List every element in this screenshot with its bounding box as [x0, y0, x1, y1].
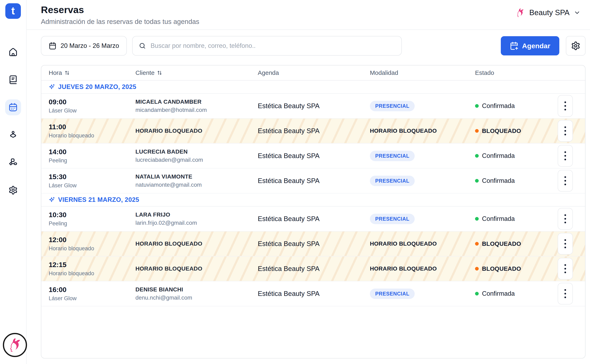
row-actions-button[interactable] [558, 145, 573, 167]
status-dot [475, 179, 479, 183]
sidebar-item-home[interactable] [5, 44, 21, 60]
agenda-name: Estética Beauty SPA [258, 215, 370, 223]
date-range-button[interactable]: 20 Marzo - 26 Marzo [41, 36, 127, 56]
status-dot [475, 292, 479, 295]
column-label: Agenda [258, 69, 279, 76]
modality-badge: PRESENCIAL [370, 289, 415, 299]
row-actions-button[interactable] [558, 170, 573, 192]
column-header-cliente[interactable]: Cliente [135, 69, 258, 76]
kebab-icon [564, 239, 566, 241]
time-cell: 10:30Peeling [49, 211, 135, 227]
row-actions-button[interactable] [558, 258, 573, 280]
sidebar-item-client[interactable] [5, 127, 21, 143]
status-dot [475, 129, 479, 133]
client-cell: HORARIO BLOQUEADO [135, 240, 258, 247]
date-section-label: JUEVES 20 MARZO, 2025 [58, 83, 136, 91]
row-actions-button[interactable] [558, 283, 573, 305]
reservation-row: 15:30Láser GlowNATALIA VIAMONTEnatuviamo… [41, 169, 585, 194]
status-dot [475, 217, 479, 221]
reservation-service: Peeling [49, 221, 135, 227]
workspace-avatar[interactable] [3, 333, 27, 357]
sidebar-item-workflow[interactable] [5, 155, 21, 170]
status-dot [475, 154, 479, 158]
search-input[interactable] [150, 42, 395, 50]
schedule-button[interactable]: Agendar [501, 36, 559, 55]
client-cell: HORARIO BLOQUEADO [135, 128, 258, 134]
search-icon [139, 42, 146, 50]
modality-badge: PRESENCIAL [370, 214, 415, 224]
reservation-row: 14:00PeelingLUCRECIA BADENlucreciabaden@… [41, 143, 585, 169]
sparkles-icon [49, 196, 55, 203]
app-logo-letter: t [11, 5, 15, 16]
column-label: Cliente [135, 69, 154, 76]
status-cell: Confirmada [475, 102, 553, 110]
date-range-label: 20 Marzo - 26 Marzo [60, 42, 119, 50]
reservation-row: 09:00Láser GlowMICAELA CANDAMBERmicandam… [41, 94, 585, 119]
reservation-time: 10:30 [49, 211, 135, 219]
reservation-row: 10:30PeelingLARA FRIJOlarin.frijo.02@gma… [41, 207, 585, 232]
sidebar-nav [0, 44, 26, 198]
row-actions-button[interactable] [558, 233, 573, 255]
sidebar-item-agenda-book[interactable] [5, 72, 21, 88]
row-actions-button[interactable] [558, 208, 573, 230]
sidebar-item-calendar[interactable] [5, 99, 21, 115]
gear-icon [571, 41, 580, 51]
status-label: BLOQUEADO [482, 240, 521, 247]
client-email: denu.nchi@gmail.com [135, 294, 258, 301]
reservation-service: Láser Glow [49, 108, 135, 114]
client-email: larin.frijo.02@gmail.com [135, 220, 258, 226]
app-logo[interactable]: t [5, 3, 21, 19]
sidebar-item-settings[interactable] [5, 182, 21, 198]
client-cell: LARA FRIJOlarin.frijo.02@gmail.com [135, 211, 258, 226]
status-label: BLOQUEADO [482, 266, 521, 272]
table-settings-button[interactable] [566, 36, 585, 56]
client-name: HORARIO BLOQUEADO [135, 128, 258, 134]
status-label: Confirmada [482, 177, 515, 184]
search-box [132, 36, 402, 56]
reservation-service: Láser Glow [49, 182, 135, 189]
reservation-row: 11:00Horario bloqueadoHORARIO BLOQUEADOE… [41, 119, 585, 143]
page-subtitle: Administración de las reservas de todas … [41, 18, 590, 26]
agenda-book-icon [8, 75, 18, 84]
reservations-table: HoraClienteAgendaModalidadEstado JUEVES … [41, 65, 585, 358]
reservation-service: Horario bloqueado [49, 132, 135, 139]
client-name: DENISE BIANCHI [135, 286, 258, 293]
kebab-icon [564, 151, 566, 153]
status-cell: Confirmada [475, 152, 553, 160]
calendar-plus-icon [510, 41, 518, 50]
client-icon [8, 130, 18, 140]
time-cell: 12:00Horario bloqueado [49, 236, 135, 252]
client-name: HORARIO BLOQUEADO [135, 266, 258, 272]
modality-badge: PRESENCIAL [370, 101, 415, 111]
reservation-service: Horario bloqueado [49, 245, 135, 252]
workspace-selector[interactable]: Beauty SPA [515, 8, 581, 18]
agenda-name: Estética Beauty SPA [258, 290, 370, 298]
sort-icon [64, 70, 70, 76]
column-header-hora[interactable]: Hora [49, 69, 135, 76]
table-body: JUEVES 20 MARZO, 202509:00Láser GlowMICA… [41, 81, 585, 306]
sidebar: t [0, 0, 26, 364]
modality-cell: PRESENCIAL [370, 151, 475, 161]
client-cell: MICAELA CANDAMBERmicandamber@hotmail.com [135, 98, 258, 113]
client-email: lucreciabaden@gmail.com [135, 157, 258, 163]
column-header-agenda: Agenda [258, 69, 370, 76]
status-label: Confirmada [482, 102, 515, 110]
row-actions-button[interactable] [558, 120, 573, 142]
kebab-icon [564, 101, 566, 103]
kebab-icon [564, 264, 566, 266]
chevron-down-icon [574, 9, 581, 16]
calendar-icon [49, 42, 56, 50]
modality-text: HORARIO BLOQUEADO [370, 266, 437, 272]
column-header-estado: Estado [475, 69, 553, 76]
date-section-header: VIERNES 21 MARZO, 2025 [41, 194, 585, 207]
status-label: Confirmada [482, 152, 515, 160]
client-email: natuviamonte@gmail.com [135, 182, 258, 188]
kebab-icon [564, 126, 566, 128]
calendar-icon [8, 103, 18, 112]
status-dot [475, 267, 479, 271]
row-actions-button[interactable] [558, 95, 573, 117]
kebab-icon [564, 176, 566, 178]
date-section-label: VIERNES 21 MARZO, 2025 [58, 196, 139, 203]
client-email: micandamber@hotmail.com [135, 107, 258, 113]
status-label: BLOQUEADO [482, 128, 521, 134]
